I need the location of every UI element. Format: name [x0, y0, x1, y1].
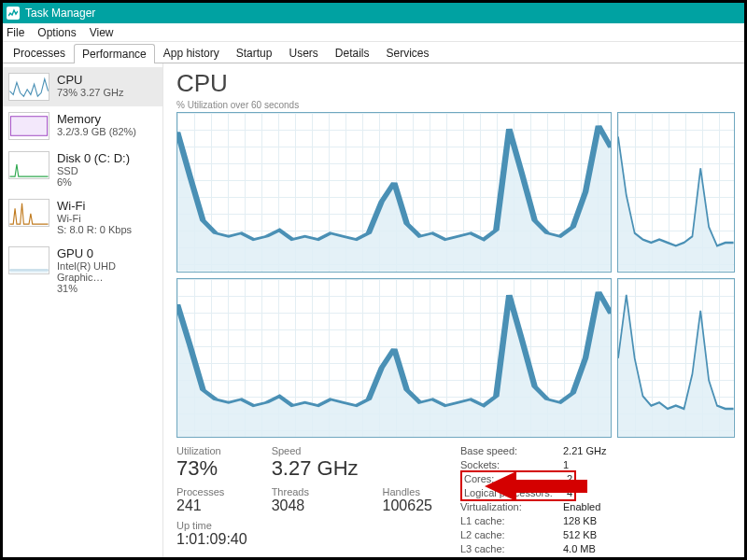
l2-label: L2 cache: — [460, 529, 563, 540]
sidebar-item-label: Disk 0 (C: D:) — [57, 151, 130, 165]
cpu-thumb-icon — [8, 73, 49, 101]
window-title: Task Manager — [25, 7, 95, 20]
handles-label: Handles — [383, 486, 432, 497]
sidebar-item-disk[interactable]: Disk 0 (C: D:) SSD 6% — [3, 146, 162, 193]
memory-thumb-icon — [8, 112, 49, 140]
tab-processes[interactable]: Processes — [5, 43, 74, 63]
l1-value: 128 KB — [563, 515, 606, 526]
sidebar-item-label: GPU 0 — [57, 246, 157, 260]
menu-view[interactable]: View — [90, 26, 114, 39]
cpu-chart-core1-short — [617, 278, 735, 439]
tab-performance[interactable]: Performance — [74, 44, 155, 63]
annotation-arrow-icon — [485, 468, 587, 508]
tab-services[interactable]: Services — [378, 43, 438, 63]
tab-app-history[interactable]: App history — [155, 43, 228, 63]
tab-startup[interactable]: Startup — [228, 43, 281, 63]
uptime-label: Up time — [176, 520, 247, 531]
svg-marker-2 — [485, 471, 587, 501]
l2-value: 512 KB — [563, 529, 606, 540]
sidebar-item-sub2: 6% — [57, 176, 130, 188]
disk-thumb-icon — [8, 151, 49, 179]
svg-rect-0 — [10, 117, 47, 136]
gpu-thumb-icon — [8, 246, 49, 274]
threads-label: Threads — [272, 486, 359, 497]
speed-value: 3.27 GHz — [272, 456, 359, 481]
l3-label: L3 cache: — [460, 543, 563, 554]
menu-options[interactable]: Options — [37, 26, 76, 39]
stats-panel: Utilization 73% Processes 241 Up time 1:… — [176, 438, 735, 554]
tab-strip: Processes Performance App history Startu… — [3, 42, 744, 63]
cpu-info-table: Base speed: 2.21 GHz Sockets: 1 — [460, 445, 606, 470]
l1-label: L1 cache: — [460, 515, 563, 526]
utilization-label: Utilization — [176, 445, 247, 456]
sidebar-item-label: CPU — [57, 73, 124, 87]
sidebar-item-sub2: 31% — [57, 283, 157, 294]
speed-label: Speed — [272, 445, 359, 456]
threads-value: 3048 — [272, 497, 359, 514]
cpu-chart-core0-long — [176, 112, 612, 273]
uptime-value: 1:01:09:40 — [176, 531, 247, 548]
handles-value: 100625 — [383, 497, 432, 514]
sidebar-item-sub: 73% 3.27 GHz — [57, 87, 124, 98]
utilization-value: 73% — [176, 456, 247, 481]
menu-bar: File Options View — [3, 23, 744, 42]
cpu-chart-core1-long — [176, 278, 612, 439]
menu-file[interactable]: File — [7, 26, 24, 39]
app-icon — [7, 7, 20, 20]
sidebar-item-gpu[interactable]: GPU 0 Intel(R) UHD Graphic… 31% — [3, 241, 162, 300]
sidebar-item-memory[interactable]: Memory 3.2/3.9 GB (82%) — [3, 106, 162, 146]
l3-value: 4.0 MB — [563, 543, 606, 554]
sidebar-item-sub: Intel(R) UHD Graphic… — [57, 260, 157, 283]
processes-value: 241 — [176, 497, 247, 514]
chart-grid — [176, 112, 735, 438]
tab-users[interactable]: Users — [280, 43, 326, 63]
content-area: CPU 73% 3.27 GHz Memory 3.2/3.9 GB (82%)… — [3, 63, 744, 558]
sidebar-item-cpu[interactable]: CPU 73% 3.27 GHz — [3, 67, 162, 106]
sidebar-item-sub2: S: 8.0 R: 0 Kbps — [57, 224, 132, 235]
sidebar-item-label: Memory — [57, 112, 136, 126]
sidebar-item-sub: SSD — [57, 165, 130, 176]
base-speed-label: Base speed: — [460, 445, 563, 456]
wifi-thumb-icon — [8, 199, 49, 227]
sidebar-item-sub: Wi-Fi — [57, 213, 132, 224]
sidebar-item-wifi[interactable]: Wi-Fi Wi-Fi S: 8.0 R: 0 Kbps — [3, 193, 162, 241]
sidebar: CPU 73% 3.27 GHz Memory 3.2/3.9 GB (82%)… — [3, 63, 163, 558]
sidebar-item-sub: 3.2/3.9 GB (82%) — [57, 126, 136, 137]
sidebar-item-label: Wi-Fi — [57, 199, 132, 213]
main-panel: CPU % Utilization over 60 seconds Utiliz… — [163, 63, 744, 558]
chart-caption: % Utilization over 60 seconds — [176, 100, 735, 110]
tab-details[interactable]: Details — [327, 43, 378, 63]
processes-label: Processes — [176, 486, 247, 497]
svg-rect-1 — [9, 270, 48, 273]
title-bar: Task Manager — [3, 3, 744, 23]
base-speed-value: 2.21 GHz — [563, 445, 606, 456]
page-title: CPU — [176, 69, 735, 98]
cpu-chart-core0-short — [617, 112, 735, 273]
